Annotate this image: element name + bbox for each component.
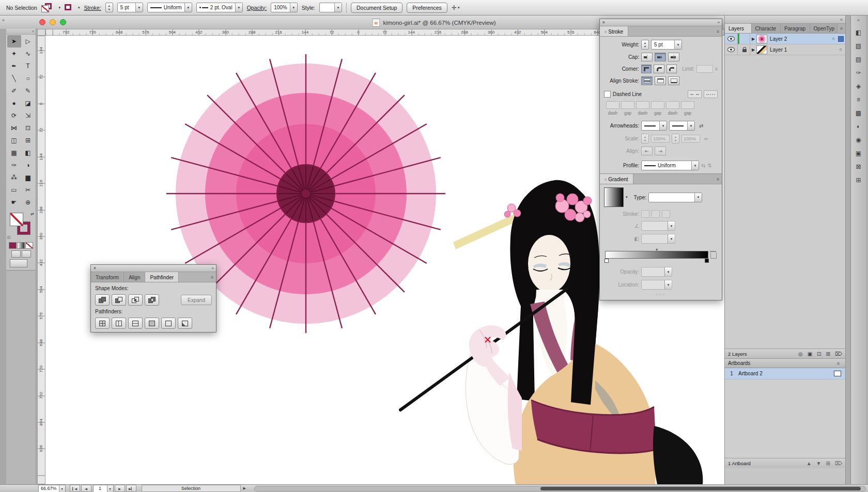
delete-stop-icon[interactable]	[710, 252, 717, 259]
tab-opentype[interactable]: OpenTyp	[810, 24, 838, 33]
selection-tool[interactable]: ➤	[7, 35, 21, 47]
magic-wand-tool[interactable]: ✦	[7, 47, 21, 60]
column-graph-tool[interactable]: ▆	[21, 171, 35, 184]
flip-across-icon[interactable]: ⇅	[707, 163, 711, 168]
pencil-tool[interactable]: ✎	[21, 85, 35, 97]
blend-tool[interactable]: ◑	[21, 159, 35, 171]
crop-button[interactable]	[145, 318, 159, 329]
gradient-mode-button[interactable]	[17, 242, 25, 249]
default-fill-stroke-icon[interactable]: ◱	[7, 235, 11, 240]
panel-resize-grip[interactable]: ⸪⸪⸪	[604, 293, 718, 297]
profile-combo[interactable]: Uniform ▾	[641, 161, 699, 170]
direct-selection-tool[interactable]: ▷	[21, 35, 35, 47]
color-guide-panel-icon[interactable]: ▧	[853, 40, 864, 51]
slice-tool[interactable]: ✂	[21, 184, 35, 196]
zoom-level-combo[interactable]: 66.67% ▾	[38, 485, 66, 492]
align-dash-button[interactable]	[704, 90, 718, 98]
ruler-corner[interactable]	[37, 29, 45, 36]
previous-artboard-button[interactable]: ◀	[81, 485, 91, 492]
free-transform-tool[interactable]: ⊡	[21, 122, 35, 134]
style-combo[interactable]: ▾	[319, 3, 342, 12]
rotate-tool[interactable]: ⟳	[7, 109, 21, 122]
visibility-toggle[interactable]	[725, 34, 738, 44]
locate-object-icon[interactable]: ◎	[798, 351, 803, 357]
fill-stroke-proxy[interactable]	[41, 3, 55, 12]
gradient-stop-start[interactable]	[605, 259, 609, 263]
tab-character[interactable]: Characte	[752, 24, 781, 33]
exclude-button[interactable]	[145, 294, 159, 306]
draw-behind-button[interactable]	[22, 250, 31, 258]
preferences-button[interactable]: Preferences	[407, 3, 447, 13]
bevel-join-button[interactable]	[667, 65, 677, 73]
stroke-gradient-across-button[interactable]	[662, 210, 670, 218]
intersect-button[interactable]	[128, 294, 143, 306]
navigator-panel-icon[interactable]: ⊞	[853, 174, 864, 185]
paintbrush-tool[interactable]: ✐	[7, 85, 21, 97]
scale-end-field[interactable]: 100%	[681, 135, 700, 142]
layer-name[interactable]: Layer 1	[770, 47, 787, 53]
eraser-tool[interactable]: ◪	[21, 97, 35, 109]
gradient-type-combo[interactable]: ▾	[648, 193, 702, 202]
selection-indicator[interactable]	[838, 36, 844, 42]
new-artboard-icon[interactable]: ⊞	[826, 461, 830, 466]
align-center-button[interactable]	[641, 76, 653, 85]
first-artboard-button[interactable]: ▎◀	[70, 485, 80, 492]
unite-button[interactable]	[95, 294, 110, 306]
round-cap-button[interactable]	[655, 53, 666, 61]
delete-layer-icon[interactable]: ⌦	[835, 351, 842, 357]
move-up-icon[interactable]: ▲	[807, 461, 812, 466]
arrowhead-end-combo[interactable]: ▾	[669, 121, 695, 131]
opacity-panel-link[interactable]: Opacity:	[247, 5, 267, 11]
vertical-ruler[interactable]: 1447207214421628836043250457664872079286…	[37, 36, 45, 484]
minus-back-button[interactable]	[178, 318, 192, 329]
artboards-panel-header[interactable]: Artboards ≡	[725, 358, 845, 368]
appearance-panel-icon[interactable]: ◉	[853, 134, 864, 145]
tab-paragraph[interactable]: Paragrap	[781, 24, 810, 33]
stroke-gradient-along-button[interactable]	[652, 210, 660, 218]
expand-dock-icon[interactable]: «	[857, 18, 860, 23]
none-mode-button[interactable]	[25, 242, 33, 249]
swap-fill-stroke-icon[interactable]: ⇄	[30, 212, 34, 216]
gradient-swatch-dropdown-icon[interactable]: ▾	[626, 195, 628, 199]
dash-field-2[interactable]	[636, 101, 649, 109]
screen-mode-button[interactable]	[10, 259, 27, 267]
black-bow[interactable]	[653, 426, 703, 484]
arrowhead-start-combo[interactable]: ▾	[641, 121, 667, 131]
gap-field-1[interactable]	[621, 101, 634, 109]
gradient-tool[interactable]: ◧	[21, 147, 35, 159]
brush-definition-combo[interactable]: 2 pt. Oval ▾	[196, 3, 243, 12]
gradient-slider[interactable]: ◆	[605, 251, 708, 259]
new-layer-icon[interactable]: ⊞	[826, 351, 830, 357]
dash-field-1[interactable]	[606, 101, 619, 109]
artboard-row[interactable]: 1 Artboard 2	[725, 368, 845, 379]
color-panel-icon[interactable]: ◧	[853, 27, 864, 38]
stroke-gradient-within-button[interactable]	[641, 210, 649, 218]
pen-tool[interactable]: ✒	[7, 60, 21, 72]
fill-proxy-swatch[interactable]	[41, 5, 49, 12]
stop-opacity-combo[interactable]: ▾	[641, 267, 672, 277]
zoom-tool[interactable]: ⊕	[21, 196, 35, 209]
stroke-weight-stepper[interactable]: ▴▾	[105, 3, 113, 12]
fill-swatch[interactable]	[10, 213, 23, 226]
artboard-number-combo[interactable]: 1 ▾	[93, 485, 114, 492]
type-tool[interactable]: T	[21, 60, 35, 72]
dash-field-3[interactable]	[666, 101, 679, 109]
make-clipping-mask-icon[interactable]: ▣	[808, 351, 812, 357]
scale-start-stepper[interactable]: ▴▾	[641, 134, 649, 144]
tools-collapse-icon[interactable]: »	[32, 29, 34, 33]
horizontal-scrollbar-thumb[interactable]	[540, 487, 861, 490]
links-panel-icon[interactable]: ⊠	[853, 161, 864, 172]
layer-row-layer-2[interactable]: ▶ Layer 2 ○	[725, 34, 845, 44]
shape-builder-tool[interactable]: ◫	[7, 134, 21, 147]
divide-button[interactable]	[95, 318, 110, 329]
gradient-stop-end[interactable]	[705, 259, 709, 263]
artboard-icon[interactable]	[834, 371, 841, 376]
artboard-tool[interactable]: ▭	[7, 184, 21, 196]
move-down-icon[interactable]: ▼	[816, 461, 822, 466]
projecting-cap-button[interactable]	[668, 53, 679, 61]
gradient-panel-icon[interactable]: ▩	[853, 107, 864, 118]
next-artboard-button[interactable]: ▶	[115, 485, 125, 492]
dock-collapse-icon[interactable]: «	[840, 17, 843, 22]
panel-menu-icon[interactable]: ≡	[714, 26, 722, 36]
gap-field-2[interactable]	[651, 101, 664, 109]
